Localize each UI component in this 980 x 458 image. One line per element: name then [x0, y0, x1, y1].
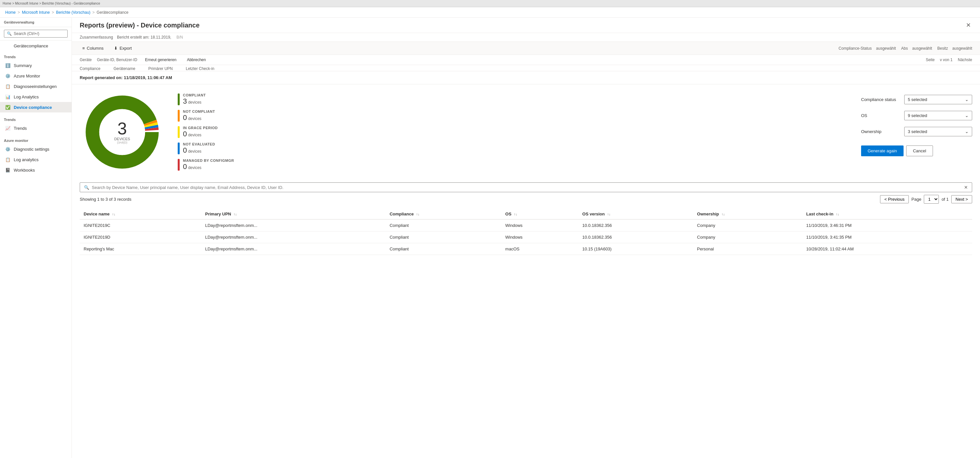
regenerate-button[interactable]: Erneut generieren — [142, 56, 179, 64]
donut-number: 3 — [115, 120, 130, 137]
legend-count-not-compliant: 0 devices — [183, 113, 215, 122]
log-analytics-icon: 📊 — [5, 94, 10, 99]
col-header-last-check-in[interactable]: Last check-in ↑↓ — [802, 209, 972, 219]
export-button[interactable]: ⬇ Export — [111, 45, 135, 52]
export-icon: ⬇ — [114, 46, 118, 51]
os-value: 9 selected — [908, 113, 927, 118]
generate-again-button[interactable]: Generate again — [861, 145, 904, 156]
sidebar-item-workbooks[interactable]: 📓 Workbooks — [0, 165, 72, 175]
sidebar-search-area[interactable]: 🔍 Search (Ctrl+/) — [0, 27, 72, 40]
page-label: Page — [912, 197, 921, 202]
search-clear-icon[interactable]: ✕ — [964, 185, 968, 190]
col-header-device-name[interactable]: Device name ↑↓ — [80, 209, 201, 219]
col-header-os[interactable]: OS ↑↓ — [501, 209, 579, 219]
legend-count-not-evaluated: 0 devices — [183, 146, 215, 155]
breadcrumb-home[interactable]: Home — [5, 10, 16, 15]
sidebar-section-azure-label: Azure monitor — [0, 136, 72, 144]
report-generated-text: Report generated on: 11/18/2019, 11:06:4… — [80, 75, 172, 80]
col-header-os-version[interactable]: OS version ↑↓ — [579, 209, 693, 219]
sidebar-item-log-analytics2-label: Log analytics — [14, 157, 38, 162]
search-box[interactable]: 🔍 ✕ — [80, 182, 972, 192]
filter-os-row: OS 9 selected ⌄ — [861, 111, 972, 120]
search-placeholder: Search (Ctrl+/) — [14, 31, 39, 36]
summary-icon: ℹ️ — [5, 63, 10, 68]
filter-ownership-label: Ownership — [861, 129, 900, 134]
sidebar-item-trends[interactable]: 📈 Trends — [0, 123, 72, 133]
report-body: 3 DEVICES (3A8(D) COMPLIANT — [72, 85, 980, 180]
legend-title-configmgr: MANAGED BY CONFIGMGR — [183, 158, 234, 163]
legend-bar-not-compliant — [178, 110, 180, 121]
legend-unit-grace: devices — [188, 133, 202, 137]
legend-count-grace: 0 devices — [183, 130, 218, 138]
cancel-filter-button[interactable]: Cancel — [906, 145, 933, 156]
breadcrumb-current: Gerätecompliance — [97, 10, 128, 15]
sidebar-item-workbooks-label: Workbooks — [14, 168, 35, 172]
legend-number-grace: 0 — [183, 130, 187, 138]
os-dropdown[interactable]: 9 selected ⌄ — [904, 111, 972, 120]
close-button[interactable]: ✕ — [965, 20, 972, 30]
breadcrumb-intune[interactable]: Microsoft Intune — [22, 10, 50, 15]
col-geratename: Gerätename — [113, 66, 135, 71]
sidebar-item-diagnoseinst[interactable]: 📋 Diagnoseeinstellungen — [0, 81, 72, 91]
legend-count-configmgr: 0 devices — [183, 163, 234, 171]
sidebar-item-log-analytics-label: Log Analytics — [14, 94, 39, 99]
table-section: 🔍 ✕ Showing 1 to 3 of 3 records < Previo… — [72, 180, 980, 260]
sort-icon-compliance: ↑↓ — [416, 212, 420, 216]
col-header-ownership-label: Ownership — [697, 212, 719, 216]
cell-compliance-1: Compliant — [386, 231, 501, 243]
sidebar-item-diagnoseinst-label: Diagnoseeinstellungen — [14, 84, 57, 89]
sidebar-item-device-compliance[interactable]: ✅ Device compliance — [0, 102, 72, 112]
ownership-value: 3 selected — [908, 129, 927, 134]
column-filter-bar: Compliance Gerätename Primärer UPN Letzt… — [72, 65, 980, 71]
seite-label: Seite — [926, 57, 935, 62]
donut-sublabel: (3A8(D) — [115, 141, 130, 144]
columns-button[interactable]: ≡ Columns — [80, 45, 106, 52]
next-button[interactable]: Next > — [951, 195, 972, 203]
legend-bar-not-evaluated — [178, 142, 180, 154]
sidebar-item-azure-monitor-label: Azure Monitor — [14, 73, 40, 78]
sidebar-item-trends-label: Trends — [14, 126, 27, 131]
search-input[interactable] — [92, 185, 961, 190]
bin-label: B/N — [177, 35, 183, 40]
page-of-label: v von 1 — [940, 57, 953, 62]
compliance-status-filter-label: Compliance-Status ausgewählt — [838, 46, 896, 51]
legend-bar-configmgr — [178, 159, 180, 171]
sort-icon-primary-upn: ↑↓ — [234, 212, 237, 216]
legend-not-compliant: NOT COMPLIANT 0 devices — [178, 110, 234, 122]
sidebar-item-diagnostic-settings[interactable]: ⚙️ Diagnostic settings — [0, 144, 72, 154]
breadcrumb-reports[interactable]: Berichte (Vorschau) — [56, 10, 90, 15]
cell-os-version-1: 10.0.18362.356 — [579, 231, 693, 243]
col-header-device-name-label: Device name — [84, 212, 110, 216]
sidebar-item-summary[interactable]: ℹ️ Summary — [0, 60, 72, 70]
ownership-dropdown[interactable]: 3 selected ⌄ — [904, 127, 972, 136]
diagnoseinst-icon: 📋 — [5, 84, 10, 89]
sidebar-item-log-analytics2[interactable]: 📋 Log analytics — [0, 154, 72, 165]
cancel-button-top[interactable]: Abbrechen — [184, 56, 208, 64]
app-container: Home > Microsoft Intune > Berichte (Vors… — [0, 7, 980, 458]
col-header-compliance[interactable]: Compliance ↑↓ — [386, 209, 501, 219]
previous-button[interactable]: < Previous — [880, 195, 909, 203]
page-select[interactable]: 1 — [924, 195, 939, 204]
col-header-ownership[interactable]: Ownership ↑↓ — [693, 209, 802, 219]
table-controls: Showing 1 to 3 of 3 records < Previous P… — [80, 195, 972, 206]
col-header-compliance-label: Compliance — [390, 212, 414, 216]
sidebar-item-geratecompliance[interactable]: Gerätecompliance — [0, 40, 72, 51]
sidebar-sub-icon — [5, 43, 10, 48]
compliance-status-dropdown[interactable]: 5 selected ⌄ — [904, 95, 972, 104]
device-compliance-icon: ✅ — [5, 105, 10, 110]
sidebar-item-azure-monitor[interactable]: ⚙️ Azure Monitor — [0, 70, 72, 81]
sidebar-item-diagnostic-settings-label: Diagnostic settings — [14, 147, 49, 152]
col-header-os-label: OS — [505, 212, 512, 216]
sidebar-header: Geräteverwaltung — [0, 18, 72, 27]
search-icon: 🔍 — [7, 31, 12, 36]
legend-title-not-evaluated: NOT EVALUATED — [183, 142, 215, 146]
filter-compliance-status-row: Compliance status 5 selected ⌄ — [861, 95, 972, 104]
col-header-primary-upn[interactable]: Primary UPN ↑↓ — [201, 209, 386, 219]
legend-title-grace: IN GRACE PERIOD — [183, 126, 218, 130]
body-spacer — [242, 89, 853, 175]
legend-count-compliant: 3 devices — [183, 97, 206, 105]
report-area: ≡ Columns ⬇ Export Compliance-Status aus… — [72, 42, 980, 458]
sidebar-item-log-analytics-main[interactable]: 📊 Log Analytics — [0, 91, 72, 102]
search-input-wrapper[interactable]: 🔍 Search (Ctrl+/) — [4, 30, 68, 38]
browser-tab: Home > Microsoft Intune > Berichte (Vors… — [3, 2, 100, 5]
